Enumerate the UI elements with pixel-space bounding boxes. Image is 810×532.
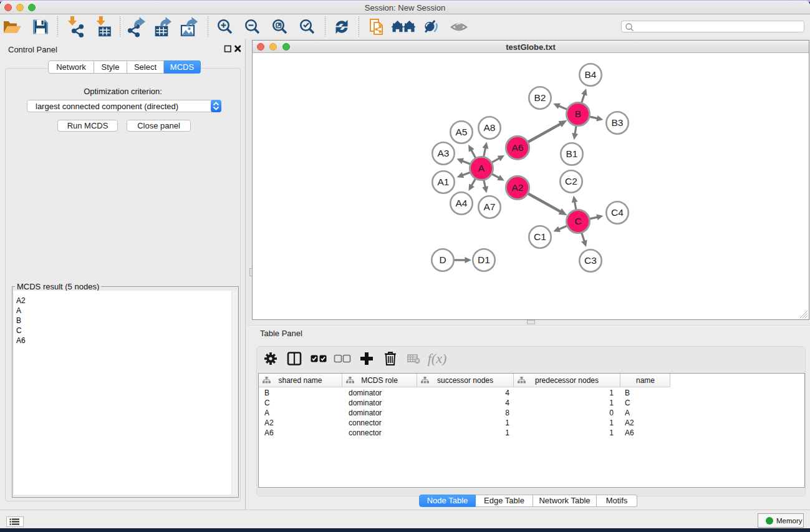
svg-text:C2: C2: [565, 176, 577, 186]
svg-text:B2: B2: [534, 92, 546, 103]
svg-text:B1: B1: [566, 148, 578, 159]
svg-text:C3: C3: [584, 255, 597, 266]
svg-text:D: D: [439, 254, 446, 265]
svg-text:C: C: [574, 216, 581, 226]
svg-text:A7: A7: [484, 201, 496, 212]
svg-text:A5: A5: [456, 127, 468, 137]
svg-text:A2: A2: [512, 182, 524, 193]
svg-text:B4: B4: [585, 69, 597, 80]
svg-text:C1: C1: [534, 231, 546, 242]
svg-text:A: A: [478, 163, 485, 173]
svg-text:C4: C4: [611, 207, 624, 218]
svg-text:A4: A4: [456, 198, 468, 208]
svg-text:B: B: [575, 109, 581, 119]
svg-text:B3: B3: [612, 117, 624, 128]
svg-text:A6: A6: [512, 142, 524, 153]
svg-text:f(x): f(x): [428, 351, 447, 366]
svg-text:A1: A1: [438, 177, 450, 187]
svg-text:D1: D1: [478, 254, 490, 265]
svg-text:A8: A8: [484, 122, 496, 133]
svg-text:A3: A3: [438, 148, 450, 158]
